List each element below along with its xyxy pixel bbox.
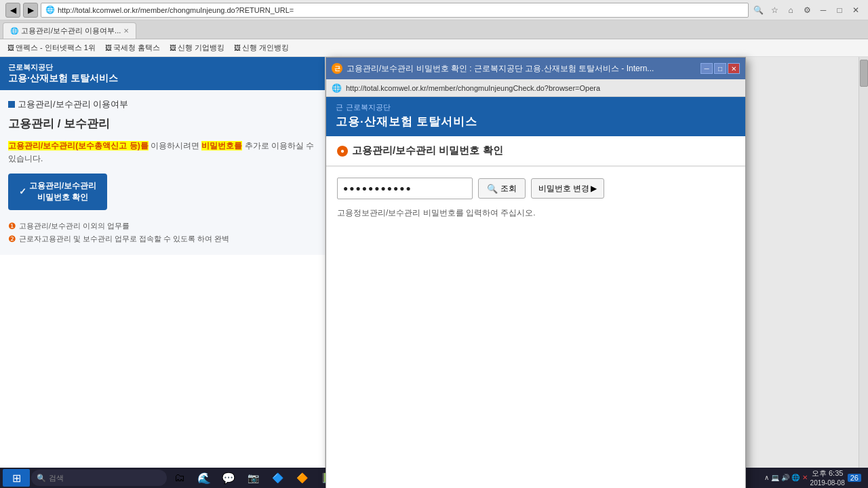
browser-chrome: ◀ ▶ 🌐 http://total.kcomwel.or.kr/member/… [0, 0, 868, 20]
orange-circle-icon: ● [337, 146, 348, 157]
toolbar-row: 🖼 앤펙스 - 인터넷팩스 1위 🖼 국세청 홈택스 🖼 신행 기업뱅킹 🖼 신… [0, 39, 868, 57]
bg-content: 고용관리/보수관리 이용여부 고용관리 / 보수관리 고용관리/보수관리(보수총… [0, 90, 325, 255]
modal-body: ● 고용관리/보수관리 비밀번호 확인 ●●●●●●●●●●● 🔍 조회 비밀 [326, 136, 745, 488]
start-button[interactable]: ⊞ [3, 469, 30, 487]
bg-header: 근로복지공단 고용·산재보험 토탈서비스 [0, 57, 325, 90]
background-browser: ◀ ▶ 🌐 http://total.kcomwel.or.kr/member/… [0, 0, 868, 488]
modal-restore-button[interactable]: □ [714, 63, 726, 74]
modal-header-banner: 근 근로복지공단 고용·산재보험 토탈서비스 [326, 97, 745, 136]
scrollbar-thumb[interactable] [860, 60, 868, 87]
bg-logo-bottom: 고용·산재보험 토탈서비스 [8, 73, 118, 85]
minimize-icon[interactable]: ─ [816, 3, 830, 17]
browser-scrollbar[interactable] [859, 57, 868, 468]
tab-bar: 🌐 고용관리/보수관리 이용여부... ✕ [0, 20, 868, 39]
password-input-display: ●●●●●●●●●●● [337, 178, 473, 199]
forward-button[interactable]: ▶ [23, 3, 38, 18]
toolbar-label-1: 앤펙스 - 인터넷팩스 1위 [16, 43, 96, 53]
blue-square-icon [8, 101, 15, 108]
close-icon[interactable]: ✕ [849, 3, 863, 17]
browser-right-icons: 🔍 ☆ ⌂ ⚙ ─ □ ✕ [751, 3, 863, 17]
change-password-button[interactable]: 비밀번호 변경 ▶ [531, 178, 604, 199]
modal-url-text: http://total.kcomwel.or.kr/member/chongm… [346, 84, 600, 92]
toolbar-item-1[interactable]: 🖼 앤펙스 - 인터넷팩스 1위 [4, 41, 99, 54]
taskbar-app-blue[interactable]: 🔷 [266, 469, 289, 487]
taskbar-app-camera[interactable]: 📷 [241, 469, 264, 487]
taskbar-right-area: ∧ 💻 🔊 🌐 ✕ 오후 6:35 2019-08-08 26 [760, 468, 865, 487]
settings-icon[interactable]: ⚙ [800, 3, 814, 17]
taskbar-app-fileexplorer[interactable]: 🗂 [168, 469, 191, 487]
search-icon[interactable]: 🔍 [751, 3, 765, 17]
modal-header-title: 고용·산재보험 토탈서비스 [336, 114, 736, 129]
main-content-area: 근로복지공단 고용·산재보험 토탈서비스 고용관리/보수관리 이용여부 고용관리… [0, 57, 868, 468]
modal-url-bar: 🌐 http://total.kcomwel.or.kr/member/chon… [326, 79, 745, 97]
modal-close-button[interactable]: ✕ [728, 63, 740, 74]
toolbar-item-3[interactable]: 🖼 신행 기업뱅킹 [166, 41, 228, 54]
bg-section-label: 고용관리/보수관리 이용여부 [8, 98, 317, 110]
taskbar-search[interactable]: 🔍 검색 [31, 470, 167, 486]
bg-notice-1: ❶ 고용관리/보수관리 이외의 업무를 [8, 221, 317, 231]
taskbar-time-display: 오후 6:35 [810, 468, 845, 478]
active-tab[interactable]: 🌐 고용관리/보수관리 이용여부... ✕ [3, 22, 136, 39]
modal-hint-text: 고용정보관리/보수관리 비밀번호를 입력하여 주십시오. [337, 207, 734, 219]
x-icon: ✕ [802, 474, 808, 481]
modal-form-area: ●●●●●●●●●●● 🔍 조회 비밀번호 변경 ▶ 고용정보관리/보수관리 비… [326, 167, 745, 230]
bg-notice-2: ❷ 근로자고용관리 및 보수관리 업무로 접속할 수 있도록 하여 완벽 [8, 234, 317, 244]
modal-logo-top: 근 근로복지공단 [336, 102, 736, 113]
toolbar-label-2: 국세청 홈택스 [113, 43, 160, 53]
taskbar-app-wave[interactable]: 🌊 [193, 469, 216, 487]
toolbar-item-2[interactable]: 🖼 국세청 홈택스 [102, 41, 163, 54]
star-icon[interactable]: ☆ [768, 3, 781, 17]
modal-section-header: ● 고용관리/보수관리 비밀번호 확인 [326, 136, 745, 167]
modal-app-icon: 근 [332, 63, 342, 74]
back-button[interactable]: ◀ [5, 3, 20, 18]
bg-logo-top: 근로복지공단 [8, 62, 118, 73]
home-icon[interactable]: ⌂ [784, 3, 797, 17]
taskbar-app-orange[interactable]: 🔶 [290, 469, 313, 487]
tab-label: 고용관리/보수관리 이용여부... [21, 26, 121, 36]
notice-icon-2: ❷ [8, 234, 16, 244]
maximize-icon[interactable]: □ [833, 3, 846, 17]
modal-title: 고용관리/보수관리 비밀번호 확인 : 근로복지공단 고용.산재보험 토탈서비스… [347, 63, 696, 75]
modal-input-row: ●●●●●●●●●●● 🔍 조회 비밀번호 변경 ▶ [337, 178, 734, 199]
bg-webpage-panel: 근로복지공단 고용·산재보험 토탈서비스 고용관리/보수관리 이용여부 고용관리… [0, 57, 326, 468]
taskbar-clock[interactable]: 오후 6:35 2019-08-08 [810, 468, 845, 487]
search-icon: 🔍 [37, 474, 46, 483]
modal-window: 근 고용관리/보수관리 비밀번호 확인 : 근로복지공단 고용.산재보험 토탈서… [326, 57, 746, 488]
bg-text-block: 고용관리/보수관리(보수총액신고 등)를 이용하시려면 비밀번호를 추가로 이용… [8, 140, 317, 165]
modal-window-buttons: ─ □ ✕ [701, 63, 740, 74]
taskbar-notification-num: 26 [848, 474, 861, 482]
toolbar-label-3: 신행 기업뱅킹 [178, 43, 224, 53]
lookup-button[interactable]: 🔍 조회 [478, 178, 526, 199]
url-text: http://total.kcomwel.or.kr/member/chongm… [58, 6, 294, 14]
modal-url-icon: 🌐 [332, 83, 342, 93]
bg-page-title: 고용관리 / 보수관리 [8, 116, 317, 131]
tab-close-icon[interactable]: ✕ [123, 27, 129, 35]
modal-section-title: 고용관리/보수관리 비밀번호 확인 [352, 144, 503, 157]
system-tray-icons: ∧ 💻 🔊 🌐 [764, 474, 799, 481]
modal-titlebar: 근 고용관리/보수관리 비밀번호 확인 : 근로복지공단 고용.산재보험 토탈서… [326, 58, 745, 79]
taskbar-date-display: 2019-08-08 [810, 479, 845, 487]
modal-minimize-button[interactable]: ─ [701, 63, 713, 74]
bg-highlight-button[interactable]: ✓ 고용관리/보수관리 비밀번호 확인 [8, 174, 107, 210]
url-bar[interactable]: 🌐 http://total.kcomwel.or.kr/member/chon… [41, 3, 749, 18]
toolbar-label-4: 신행 개인뱅킹 [242, 43, 289, 53]
taskbar-app-chat[interactable]: 💬 [217, 469, 240, 487]
toolbar-item-4[interactable]: 🖼 신행 개인뱅킹 [231, 41, 292, 54]
arrow-right-icon: ▶ [591, 184, 597, 193]
notice-icon-1: ❶ [8, 221, 16, 231]
